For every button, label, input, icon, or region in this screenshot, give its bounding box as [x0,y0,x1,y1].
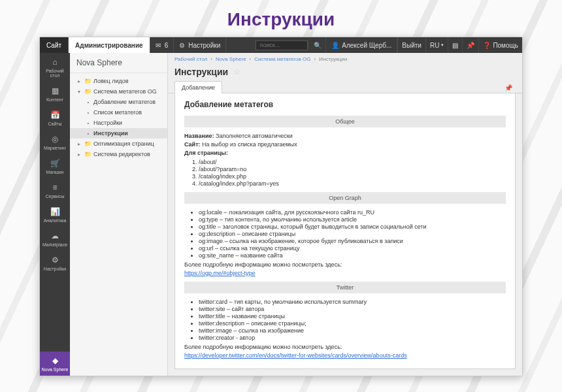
list-item: /about/ [199,159,506,165]
crumb-link[interactable]: Nova Sphere [216,56,246,62]
search-button[interactable]: 🔍 [308,42,325,48]
rail-marketplace[interactable]: ☁Marketplace [40,227,70,251]
tab-add[interactable]: Добавление [174,81,222,93]
search-icon: 🔍 [314,42,320,48]
gear-icon: ⚙ [179,42,186,48]
tree-settings[interactable]: •Настройки [70,118,167,128]
rail-label: Контент [46,97,63,102]
twitter-list: twitter:card – тип карты, по умолчанию и… [199,299,506,341]
rail-sites[interactable]: 📅Сайты [40,106,70,130]
lang-label: RU [430,42,439,49]
tree-label: Система метатегов OG [93,88,157,95]
tree-optimization[interactable]: ▸📁Оптимизация страниц [70,139,167,149]
tree-instructions[interactable]: •Инструкции [70,128,167,139]
rail-nova-sphere[interactable]: ◆Nova Sphere [40,351,70,376]
field-page-label: Для страницы: [184,150,506,156]
list-item: twitter:title – название страницы [199,313,506,319]
left-rail: ⌂Рабочий стол ▦Контент 📅Сайты ◎Маркетинг… [40,53,70,376]
help-button[interactable]: ❓ Помощь [478,37,522,53]
search-input[interactable] [256,41,308,50]
rail-label: Marketplace [42,242,67,247]
tab-site[interactable]: Сайт [40,37,69,53]
expand-icon: ▸ [76,152,82,157]
help-label: Помощь [493,42,518,49]
app-body: ⌂Рабочий стол ▦Контент 📅Сайты ◎Маркетинг… [40,53,522,376]
nav-tree: ▸📁Ловец лидов ▾📁Система метатегов OG •До… [70,73,167,162]
gear-icon: ⚙ [50,255,60,265]
page-header: Инструкции ☆ [168,65,522,81]
bullet-icon: • [86,110,91,116]
user-icon: 👤 [331,42,339,49]
list-item: twitter:creator - автор [199,335,506,341]
crumb-link[interactable]: Система метатегов OG [254,56,310,62]
bullet-icon: • [86,120,91,126]
tree-lovets[interactable]: ▸📁Ловец лидов [70,76,167,86]
cart-icon: 🛒 [50,158,60,169]
rail-settings[interactable]: ⚙Настройки [40,251,70,275]
chevron-down-icon: ▾ [441,42,444,48]
content-heading: Добавление метатегов [184,100,506,109]
collapse-icon: ▾ [76,89,82,95]
tab-pin-button[interactable]: 📌 [501,83,516,93]
twitter-docs-link[interactable]: https://developer.twitter.com/en/docs/tw… [184,352,407,359]
field-name: Название: Заполняется автоматически [184,133,506,139]
tree-label: Список метатегов [93,109,142,116]
bookmark-button[interactable]: ▤ [448,37,462,53]
rail-label: Сервисы [45,194,64,199]
list-item: og:site_name – название сайта [199,252,506,259]
hero-title: Инструкции [0,0,562,37]
lang-switcher[interactable]: RU ▾ [425,37,448,53]
list-item: og:image – ссылка на изображение, которо… [199,238,506,244]
section-twitter: Twitter [184,282,506,293]
list-item: og:title – заголовок страницы, который б… [199,223,506,230]
tree-label: Настройки [93,120,122,126]
expand-icon: ▸ [76,141,82,147]
tree-add-metatags[interactable]: •Добавление метатегов [70,97,167,107]
stack-icon: ≡ [50,182,60,193]
tree-metatags[interactable]: ▾📁Система метатегов OG [70,86,167,97]
rail-desktop[interactable]: ⌂Рабочий стол [40,53,70,82]
rail-services[interactable]: ≡Сервисы [40,178,70,203]
list-item: og:url – ссылка на текущую страницу [199,245,506,252]
crumb-link[interactable]: Рабочий стол [174,56,207,62]
breadcrumb: Рабочий стол› Nova Sphere› Система метат… [168,53,522,65]
favorite-button[interactable]: ☆ [233,67,240,76]
tab-admin[interactable]: Администрирование [69,37,150,53]
list-item: /catalog/index.php?param=yes [199,180,506,187]
rail-label: Настройки [44,267,66,271]
content-panel: Добавление метатегов Общее Название: Зап… [174,93,516,369]
document-icon: ▦ [50,86,60,96]
og-list: og:locale – локализация сайта, для русск… [199,209,506,259]
app-window: Сайт Администрирование ✉ 6 ⚙ Настройки 🔍… [39,37,523,376]
settings-button[interactable]: ⚙ Настройки [174,37,226,53]
folder-icon: 📁 [84,78,91,84]
logout-button[interactable]: Выйти [397,37,425,53]
list-item: /about/?param=no [199,166,506,172]
page-examples-list: /about/ /about/?param=no /catalog/index.… [199,159,506,187]
notif-count: 6 [165,42,169,49]
tree-label: Оптимизация страниц [93,140,154,147]
user-menu[interactable]: 👤 Алексей Щерб... [325,37,397,53]
og-more-text: Более подробную информацию можно посмотр… [184,261,506,268]
search-wrap: 🔍 [256,41,325,50]
rail-shop[interactable]: 🛒Магазин [40,154,70,178]
rail-label: Сайты [48,122,61,126]
rail-analytics[interactable]: 📊Аналитика [40,203,70,227]
notifications-button[interactable]: ✉ 6 [150,37,174,53]
tab-bar: Добавление 📌 [168,81,522,93]
og-docs-link[interactable]: https://ogp.me/#object-type [184,270,256,276]
side-title: Nova Sphere [70,53,167,73]
folder-icon: 📁 [84,88,91,95]
bullet-icon: • [86,131,91,137]
list-item: og:type – тип контента, по умолчанию исп… [199,216,506,223]
rail-label: Маркетинг [44,146,66,150]
tree-label: Система редиректов [93,151,150,157]
rail-content[interactable]: ▦Контент [40,82,70,106]
list-item: og:description – описание страницы [199,231,506,237]
pin-button[interactable]: 📌 [462,37,478,53]
list-item: twitter:card – тип карты, по умолчанию и… [199,299,506,305]
rail-marketing[interactable]: ◎Маркетинг [40,130,70,154]
tree-list-metatags[interactable]: •Список метатегов [70,107,167,118]
field-site: Сайт: На выбор из списка предлагаемых [184,141,506,148]
tree-redirects[interactable]: ▸📁Система редиректов [70,149,167,159]
